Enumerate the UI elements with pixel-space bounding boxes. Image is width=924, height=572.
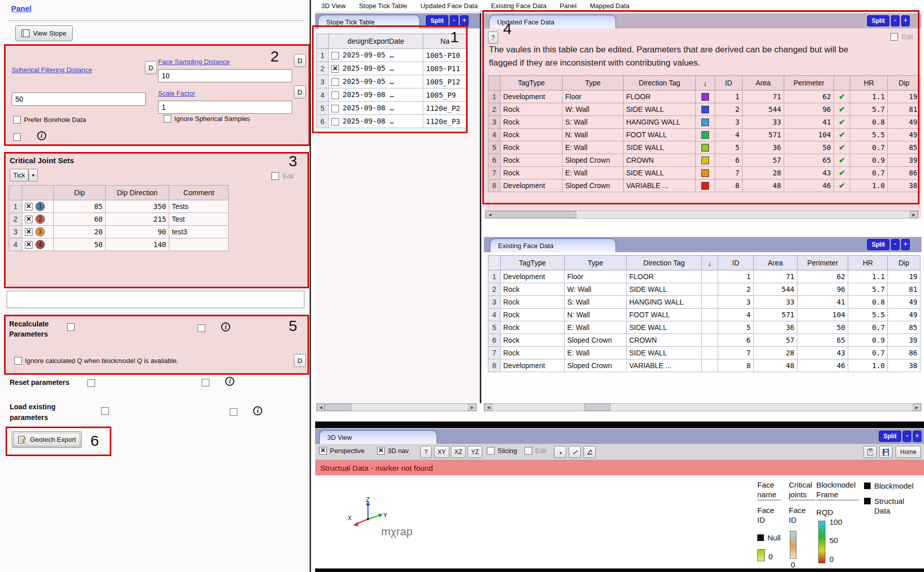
row-number-cell[interactable]: 4	[488, 309, 501, 321]
row-number-cell[interactable]: 4	[317, 88, 329, 102]
perimeter-header[interactable]: Perimeter	[797, 256, 848, 270]
split-button[interactable]: Split	[867, 239, 889, 250]
scroll-left-icon[interactable]	[484, 404, 492, 411]
spherical-filtering-input[interactable]	[12, 93, 146, 106]
id-header[interactable]: ID	[718, 256, 754, 270]
area-header[interactable]: Area	[743, 76, 784, 91]
point-tool-button[interactable]	[554, 446, 566, 458]
row-number-cell[interactable]: 5	[317, 102, 329, 115]
row-number-cell[interactable]: 2	[488, 283, 501, 296]
existing-face-panel-tab[interactable]: Existing Face Data	[490, 238, 616, 252]
edit-checkbox[interactable]	[525, 447, 532, 455]
dip-direction-header[interactable]: Dip Direction	[106, 186, 169, 200]
stope-tick-checkbox[interactable]	[331, 52, 339, 59]
geotech-export-button[interactable]: Geotech Export	[12, 431, 82, 448]
row-number-cell[interactable]: 6	[488, 334, 501, 347]
row-number-cell[interactable]: 5	[488, 321, 501, 334]
polygon-tool-button[interactable]	[583, 446, 596, 458]
joint-edit-checkbox[interactable]	[271, 172, 279, 180]
doc-tab-panel[interactable]: Panel	[560, 2, 576, 10]
spherical-default-button[interactable]: D	[145, 61, 157, 74]
minimize-button[interactable]: -	[450, 15, 458, 26]
scroll-track[interactable]	[494, 211, 910, 218]
id-header[interactable]: ID	[715, 76, 743, 91]
row-number-cell[interactable]: 1	[9, 200, 22, 213]
sort-icon-header[interactable]: ↓	[702, 256, 718, 270]
dip-header[interactable]: Dip	[888, 76, 920, 91]
home-button[interactable]: Home	[896, 446, 921, 458]
area-header[interactable]: Area	[754, 256, 797, 270]
recalculate-checkbox[interactable]	[67, 323, 75, 331]
yz-view-button[interactable]: YZ	[468, 446, 482, 458]
direction-tag-header[interactable]: Direction Tag	[627, 256, 702, 270]
scroll-thumb[interactable]	[495, 211, 576, 218]
slicing-checkbox[interactable]	[487, 447, 495, 455]
existing-hscrollbar[interactable]	[484, 403, 921, 411]
updated-edit-checkbox[interactable]	[890, 33, 898, 41]
type-header[interactable]: Type	[565, 256, 627, 270]
scroll-track[interactable]	[492, 404, 913, 411]
nav-3d-checkbox[interactable]	[377, 447, 385, 455]
row-number-cell[interactable]: 1	[488, 270, 501, 283]
sort-icon-header[interactable]: ↓	[696, 76, 715, 91]
nav-3d-toggle[interactable]: 3D nav	[377, 447, 409, 455]
spherical-filtering-distance-link[interactable]: Spherical Filtering Distance	[12, 66, 92, 74]
joint-checkbox[interactable]	[25, 216, 33, 223]
view-stope-button[interactable]: View Stope	[15, 25, 73, 41]
design-export-date-header[interactable]: designExportDate	[329, 34, 423, 49]
perimeter-header[interactable]: Perimeter	[784, 76, 834, 91]
line-tool-button[interactable]	[569, 446, 581, 458]
face-sampling-default-button[interactable]: D	[294, 54, 306, 67]
hr-header[interactable]: HR	[848, 256, 888, 270]
scroll-right-icon[interactable]	[910, 211, 918, 218]
edit-toggle[interactable]: Edit	[525, 447, 546, 455]
scroll-thumb[interactable]	[325, 404, 351, 411]
maximize-button[interactable]: +	[460, 15, 469, 26]
joint-checkbox[interactable]	[25, 203, 33, 210]
row-number-cell[interactable]: 1	[488, 91, 501, 103]
direction-tag-header[interactable]: Direction Tag	[624, 76, 696, 91]
maximize-button[interactable]: +	[901, 239, 910, 250]
face-sampling-input[interactable]	[158, 69, 292, 82]
ignore-spherical-checkbox[interactable]	[164, 115, 171, 123]
doc-tab-mapped-data[interactable]: Mapped Data	[590, 2, 629, 10]
row-number-cell[interactable]: 5	[488, 141, 501, 154]
doc-tab-stope-tick-table[interactable]: Stope Tick Table	[359, 2, 407, 10]
hr-header[interactable]: HR	[850, 76, 888, 91]
ignore-spherical-row[interactable]: Ignore Spherical Samples	[164, 115, 250, 123]
minimize-button[interactable]: -	[891, 239, 900, 250]
updated-hscrollbar[interactable]	[485, 210, 918, 219]
split-button[interactable]: Split	[879, 431, 901, 442]
tagtype-header[interactable]: TagType	[501, 76, 563, 91]
xz-view-button[interactable]: XZ	[451, 446, 466, 458]
row-number-cell[interactable]: 7	[488, 347, 501, 359]
comment-header[interactable]: Comment	[169, 186, 229, 200]
save-button[interactable]	[879, 446, 892, 458]
doc-tab-existing-face-data[interactable]: Existing Face Data	[491, 2, 546, 10]
view-3d-panel-tab[interactable]: 3D View	[319, 430, 437, 444]
view-3d-canvas[interactable]: Z Y X mχrap Face name Critical joints Bl…	[315, 475, 924, 572]
xy-view-button[interactable]: XY	[434, 446, 449, 458]
joint-checkbox[interactable]	[25, 241, 33, 249]
minimize-button[interactable]: -	[891, 15, 900, 26]
row-number-cell[interactable]: 3	[9, 226, 22, 238]
scale-factor-input[interactable]	[158, 101, 292, 114]
tick-button[interactable]: Tick	[10, 169, 28, 182]
scroll-left-icon[interactable]	[317, 404, 325, 411]
panel-link[interactable]: Panel	[11, 4, 32, 13]
dip-header[interactable]: Dip	[54, 186, 106, 200]
ignore-q-checkbox[interactable]	[14, 357, 22, 365]
scroll-right-icon[interactable]	[913, 404, 921, 411]
row-number-cell[interactable]: 4	[9, 238, 22, 251]
recalculate-option-checkbox[interactable]	[198, 324, 205, 332]
ignore-q-row[interactable]: Ignore calculated Q when blockmodel Q is…	[14, 357, 178, 365]
copy-button[interactable]	[864, 446, 877, 458]
row-number-cell[interactable]: 3	[488, 116, 501, 129]
row-number-cell[interactable]: 1	[317, 49, 329, 62]
doc-tab-3d-view[interactable]: 3D View	[321, 2, 346, 10]
tick-dropdown-caret[interactable]	[28, 169, 38, 182]
doc-tab-updated-face-data[interactable]: Updated Face Data	[420, 2, 478, 10]
maximize-button[interactable]: +	[913, 431, 921, 442]
dip-header[interactable]: Dip	[888, 256, 920, 270]
filtering-option-checkbox[interactable]	[13, 133, 21, 141]
